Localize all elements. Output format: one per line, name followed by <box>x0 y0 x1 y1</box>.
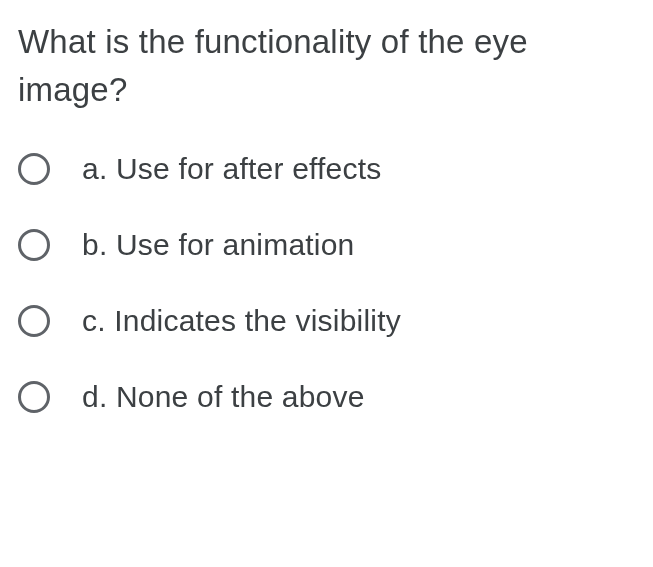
option-label: b. Use for animation <box>82 228 354 262</box>
option-c[interactable]: c. Indicates the visibility <box>18 304 635 338</box>
option-text: Use for after effects <box>116 152 381 185</box>
option-label: a. Use for after effects <box>82 152 381 186</box>
radio-icon[interactable] <box>18 229 50 261</box>
option-text: None of the above <box>116 380 365 413</box>
radio-icon[interactable] <box>18 153 50 185</box>
options-list: a. Use for after effects b. Use for anim… <box>18 152 635 414</box>
option-prefix: b. <box>82 228 107 261</box>
question-text: What is the functionality of the eye ima… <box>18 18 635 114</box>
radio-icon[interactable] <box>18 381 50 413</box>
option-prefix: a. <box>82 152 107 185</box>
quiz-container: What is the functionality of the eye ima… <box>0 0 653 414</box>
option-text: Use for animation <box>116 228 355 261</box>
option-label: d. None of the above <box>82 380 365 414</box>
radio-icon[interactable] <box>18 305 50 337</box>
option-b[interactable]: b. Use for animation <box>18 228 635 262</box>
option-a[interactable]: a. Use for after effects <box>18 152 635 186</box>
option-label: c. Indicates the visibility <box>82 304 401 338</box>
option-d[interactable]: d. None of the above <box>18 380 635 414</box>
option-prefix: d. <box>82 380 107 413</box>
option-text: Indicates the visibility <box>114 304 401 337</box>
option-prefix: c. <box>82 304 106 337</box>
